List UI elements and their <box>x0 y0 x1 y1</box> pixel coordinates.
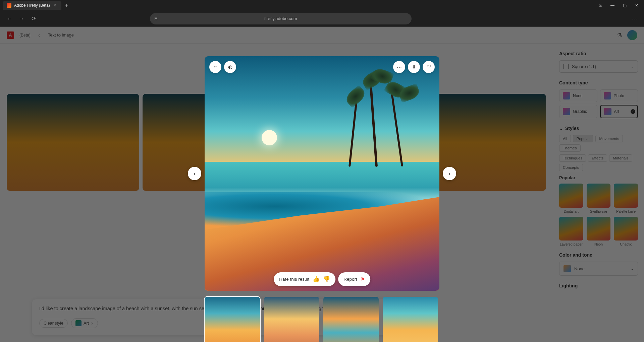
variations-icon[interactable]: ≈ <box>209 61 221 73</box>
url-text: firefly.adobe.com <box>264 16 297 21</box>
next-image-button[interactable]: › <box>443 167 456 180</box>
variant-thumb-4[interactable] <box>383 297 438 342</box>
report-button[interactable]: Report ⚑ <box>338 272 370 286</box>
more-options-icon[interactable]: ⋯ <box>393 61 405 73</box>
maximize-icon[interactable]: ▢ <box>620 2 629 9</box>
address-bar: ← → ⟳ ⛨ firefly.adobe.com ⋯ <box>0 11 644 27</box>
forward-icon[interactable]: → <box>17 15 25 23</box>
variant-thumb-1[interactable] <box>205 297 260 342</box>
variant-thumb-2[interactable] <box>264 297 319 342</box>
close-window-icon[interactable]: ✕ <box>632 2 641 9</box>
favorite-icon[interactable]: ♡ <box>423 61 435 73</box>
shield-icon: ⛨ <box>154 16 158 21</box>
browser-menu-icon[interactable]: ⋯ <box>632 15 639 22</box>
url-field[interactable]: ⛨ firefly.adobe.com <box>150 13 412 24</box>
minimize-icon[interactable]: — <box>608 2 617 9</box>
rate-label: Rate this result <box>279 277 309 282</box>
download-icon[interactable]: ⬇ <box>408 61 420 73</box>
image-detail-lightbox: ≈ ◐ ⋯ ⬇ ♡ ‹ › Rate this result 👍 👎 Repor… <box>205 56 439 342</box>
flag-icon: ⚑ <box>361 276 365 282</box>
adobe-favicon <box>7 3 11 8</box>
edit-icon[interactable]: ◐ <box>224 61 236 73</box>
tab-bar: Adobe Firefly (Beta) × + ♨ — ▢ ✕ <box>0 0 644 11</box>
preview-image <box>205 56 439 291</box>
thumbs-up-icon[interactable]: 👍 <box>313 276 320 283</box>
rate-result-pill: Rate this result 👍 👎 <box>274 272 335 286</box>
reload-icon[interactable]: ⟳ <box>30 15 38 23</box>
variant-thumb-3[interactable] <box>323 297 379 342</box>
window-controls: ♨ — ▢ ✕ <box>596 2 641 9</box>
tab-title: Adobe Firefly (Beta) <box>14 3 50 8</box>
new-tab-button[interactable]: + <box>63 1 71 9</box>
variant-thumbnails <box>205 297 439 342</box>
back-icon[interactable]: ← <box>5 15 13 23</box>
thumbs-down-icon[interactable]: 👎 <box>323 276 330 283</box>
close-tab-icon[interactable]: × <box>53 3 57 8</box>
browser-chrome: Adobe Firefly (Beta) × + ♨ — ▢ ✕ ← → ⟳ ⛨… <box>0 0 644 27</box>
flame-icon[interactable]: ♨ <box>596 2 605 9</box>
prev-image-button[interactable]: ‹ <box>188 167 201 180</box>
report-label: Report <box>343 277 357 282</box>
browser-tab[interactable]: Adobe Firefly (Beta) × <box>3 1 61 10</box>
